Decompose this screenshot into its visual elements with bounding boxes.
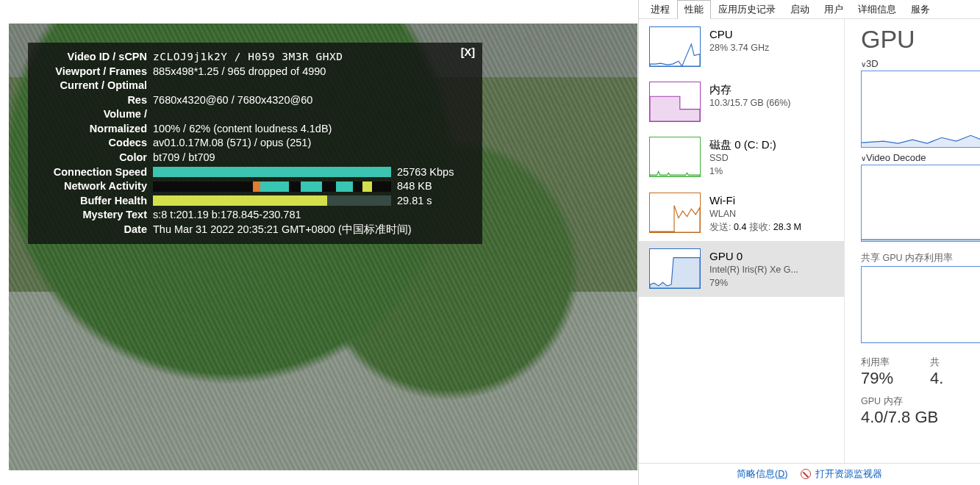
- label-connection-speed: Connection Speed: [35, 165, 153, 180]
- label-network-activity: Network Activity: [35, 179, 153, 194]
- value-codecs: av01.0.17M.08 (571) / opus (251): [153, 136, 471, 151]
- label-volume: Volume /: [35, 107, 153, 122]
- mem-title: 内存: [709, 82, 837, 97]
- task-manager-tabs: 进程性能应用历史记录启动用户详细信息服务: [639, 0, 980, 19]
- tab-用户[interactable]: 用户: [817, 0, 851, 18]
- value-res: 7680x4320@60 / 7680x4320@60: [153, 93, 471, 108]
- value-video-id: zCLOJ9j1k2Y / H059 3M3R GHXD: [153, 50, 471, 65]
- close-icon[interactable]: [X]: [461, 46, 475, 60]
- label-buffer-health: Buffer Health: [35, 194, 153, 209]
- stats-for-nerds-overlay: [X] Video ID / sCPNzCLOJ9j1k2Y / H059 3M…: [28, 43, 482, 244]
- label-codecs: Codecs: [35, 136, 153, 151]
- sidebar-item-disk[interactable]: 磁盘 0 (C: D:)SSD1%: [639, 129, 844, 185]
- tab-应用历史记录[interactable]: 应用历史记录: [711, 0, 783, 18]
- gpu-thumb-chart: [649, 248, 701, 289]
- gpu-title: GPU 0: [709, 248, 837, 264]
- sidebar-item-cpu[interactable]: CPU28% 3.74 GHz: [639, 19, 844, 74]
- gpu-shared-mem-chart: [861, 266, 980, 343]
- tab-性能[interactable]: 性能: [677, 0, 711, 18]
- open-resource-monitor-link[interactable]: 打开资源监视器: [815, 469, 882, 479]
- gpu-other-stat: 共 4.: [930, 356, 943, 388]
- cpu-title: CPU: [709, 26, 837, 42]
- gpu-3d-chart: [861, 71, 980, 148]
- mem-thumb-chart: [649, 82, 701, 122]
- sidebar-item-wifi[interactable]: Wi-FiWLAN发送: 0.4 接收: 28.3 M: [639, 185, 844, 241]
- label-current-optimal: Current / Optimal: [35, 79, 153, 93]
- label-video-id: Video ID / sCPN: [35, 50, 153, 65]
- label-res: Res: [35, 93, 153, 108]
- value-viewport: 885x498*1.25 / 965 dropped of 4990: [153, 65, 471, 79]
- task-manager-window: 进程性能应用历史记录启动用户详细信息服务 CPU28% 3.74 GHz内存10…: [638, 0, 980, 485]
- tab-进程[interactable]: 进程: [643, 0, 677, 18]
- wifi-thumb-chart: [649, 193, 701, 233]
- wifi-title: Wi-Fi: [709, 193, 837, 208]
- sidebar-item-mem[interactable]: 内存10.3/15.7 GB (66%): [639, 74, 844, 129]
- gpu-3d-toggle[interactable]: 3D: [861, 58, 980, 69]
- gpu-detail-pane: GPU 3D Video Decode 共享 GPU 内存利用率: [845, 19, 980, 463]
- gpu-title: GPU: [861, 25, 980, 54]
- value-network-activity: 848 KB: [397, 179, 471, 194]
- value-connection-speed: 25763 Kbps: [397, 165, 471, 180]
- value-buffer-health: 29.81 s: [397, 194, 471, 209]
- label-color: Color: [35, 151, 153, 165]
- label-normalized: Normalized: [35, 122, 153, 137]
- gpu-utilization-stat: 利用率 79%: [861, 356, 893, 388]
- gpu-video-decode-toggle[interactable]: Video Decode: [861, 152, 980, 163]
- network-activity-bar: [153, 182, 391, 192]
- tab-启动[interactable]: 启动: [783, 0, 817, 18]
- gpu-shared-mem-label: 共享 GPU 内存利用率: [861, 252, 980, 265]
- gpu-video-decode-chart: [861, 165, 980, 242]
- connection-speed-bar: [153, 167, 391, 177]
- disk-title: 磁盘 0 (C: D:): [709, 137, 837, 152]
- task-manager-footer: 简略信息(D) 打开资源监视器: [639, 463, 980, 485]
- value-date: Thu Mar 31 2022 20:35:21 GMT+0800 (中国标准时…: [153, 223, 471, 237]
- label-mystery-text: Mystery Text: [35, 208, 153, 223]
- label-date: Date: [35, 223, 153, 237]
- value-color: bt709 / bt709: [153, 151, 471, 165]
- tab-服务[interactable]: 服务: [904, 0, 937, 18]
- disk-thumb-chart: [649, 137, 701, 177]
- summary-view-link[interactable]: 简略信息(D): [737, 468, 787, 481]
- value-mystery-text: s:8 t:201.19 b:178.845-230.781: [153, 208, 471, 223]
- cpu-thumb-chart: [649, 26, 701, 67]
- gpu-memory-stat: GPU 内存 4.0/7.8 GB: [861, 395, 980, 427]
- video-player[interactable]: [X] Video ID / sCPNzCLOJ9j1k2Y / H059 3M…: [9, 24, 637, 470]
- value-normalized: 100% / 62% (content loudness 4.1dB): [153, 122, 471, 137]
- forbidden-icon: [801, 469, 811, 479]
- performance-sidebar: CPU28% 3.74 GHz内存10.3/15.7 GB (66%)磁盘 0 …: [639, 19, 845, 463]
- buffer-health-bar: [153, 195, 391, 206]
- tab-详细信息[interactable]: 详细信息: [851, 0, 904, 18]
- sidebar-item-gpu[interactable]: GPU 0Intel(R) Iris(R) Xe G...79%: [639, 241, 844, 297]
- task-manager-body: CPU28% 3.74 GHz内存10.3/15.7 GB (66%)磁盘 0 …: [639, 19, 980, 463]
- label-viewport: Viewport / Frames: [35, 65, 153, 79]
